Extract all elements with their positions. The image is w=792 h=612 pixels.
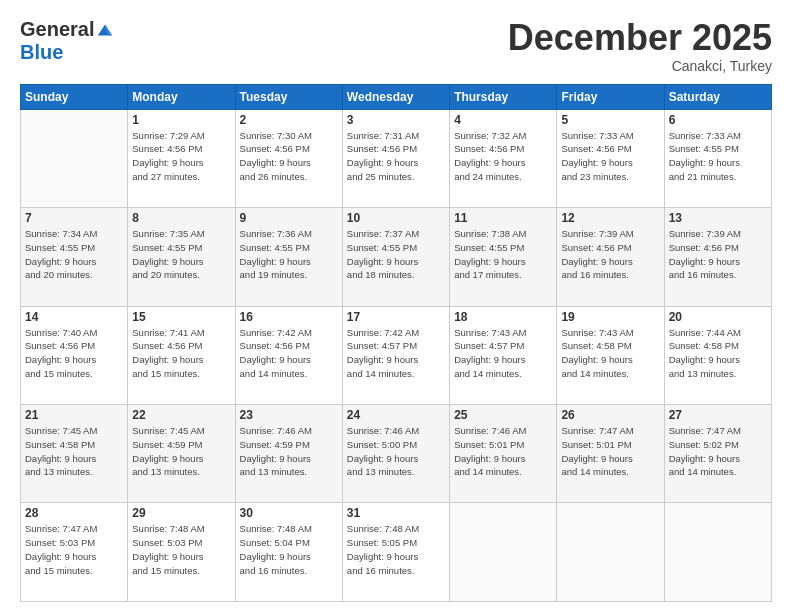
day-number: 3 bbox=[347, 113, 445, 127]
col-tuesday: Tuesday bbox=[235, 84, 342, 109]
table-row: 8Sunrise: 7:35 AMSunset: 4:55 PMDaylight… bbox=[128, 208, 235, 306]
table-row: 10Sunrise: 7:37 AMSunset: 4:55 PMDayligh… bbox=[342, 208, 449, 306]
table-row: 13Sunrise: 7:39 AMSunset: 4:56 PMDayligh… bbox=[664, 208, 771, 306]
logo-general-text: General bbox=[20, 18, 94, 41]
day-number: 6 bbox=[669, 113, 767, 127]
col-thursday: Thursday bbox=[450, 84, 557, 109]
day-number: 26 bbox=[561, 408, 659, 422]
day-info: Sunrise: 7:30 AMSunset: 4:56 PMDaylight:… bbox=[240, 129, 338, 184]
col-friday: Friday bbox=[557, 84, 664, 109]
table-row bbox=[664, 503, 771, 602]
day-number: 25 bbox=[454, 408, 552, 422]
day-info: Sunrise: 7:31 AMSunset: 4:56 PMDaylight:… bbox=[347, 129, 445, 184]
day-info: Sunrise: 7:39 AMSunset: 4:56 PMDaylight:… bbox=[561, 227, 659, 282]
location: Canakci, Turkey bbox=[508, 58, 772, 74]
table-row: 17Sunrise: 7:42 AMSunset: 4:57 PMDayligh… bbox=[342, 306, 449, 404]
day-info: Sunrise: 7:46 AMSunset: 4:59 PMDaylight:… bbox=[240, 424, 338, 479]
day-info: Sunrise: 7:47 AMSunset: 5:01 PMDaylight:… bbox=[561, 424, 659, 479]
table-row: 26Sunrise: 7:47 AMSunset: 5:01 PMDayligh… bbox=[557, 405, 664, 503]
table-row: 5Sunrise: 7:33 AMSunset: 4:56 PMDaylight… bbox=[557, 109, 664, 207]
day-number: 19 bbox=[561, 310, 659, 324]
table-row: 1Sunrise: 7:29 AMSunset: 4:56 PMDaylight… bbox=[128, 109, 235, 207]
day-number: 22 bbox=[132, 408, 230, 422]
day-number: 31 bbox=[347, 506, 445, 520]
logo: General Blue bbox=[20, 18, 114, 64]
day-info: Sunrise: 7:46 AMSunset: 5:00 PMDaylight:… bbox=[347, 424, 445, 479]
table-row bbox=[450, 503, 557, 602]
day-number: 28 bbox=[25, 506, 123, 520]
day-info: Sunrise: 7:32 AMSunset: 4:56 PMDaylight:… bbox=[454, 129, 552, 184]
day-info: Sunrise: 7:48 AMSunset: 5:04 PMDaylight:… bbox=[240, 522, 338, 577]
day-info: Sunrise: 7:35 AMSunset: 4:55 PMDaylight:… bbox=[132, 227, 230, 282]
calendar-header-row: Sunday Monday Tuesday Wednesday Thursday… bbox=[21, 84, 772, 109]
day-number: 27 bbox=[669, 408, 767, 422]
day-number: 23 bbox=[240, 408, 338, 422]
title-section: December 2025 Canakci, Turkey bbox=[508, 18, 772, 74]
table-row: 25Sunrise: 7:46 AMSunset: 5:01 PMDayligh… bbox=[450, 405, 557, 503]
table-row: 20Sunrise: 7:44 AMSunset: 4:58 PMDayligh… bbox=[664, 306, 771, 404]
day-info: Sunrise: 7:43 AMSunset: 4:58 PMDaylight:… bbox=[561, 326, 659, 381]
day-info: Sunrise: 7:39 AMSunset: 4:56 PMDaylight:… bbox=[669, 227, 767, 282]
col-saturday: Saturday bbox=[664, 84, 771, 109]
table-row: 6Sunrise: 7:33 AMSunset: 4:55 PMDaylight… bbox=[664, 109, 771, 207]
day-number: 1 bbox=[132, 113, 230, 127]
day-info: Sunrise: 7:45 AMSunset: 4:58 PMDaylight:… bbox=[25, 424, 123, 479]
table-row: 19Sunrise: 7:43 AMSunset: 4:58 PMDayligh… bbox=[557, 306, 664, 404]
day-info: Sunrise: 7:33 AMSunset: 4:55 PMDaylight:… bbox=[669, 129, 767, 184]
day-info: Sunrise: 7:44 AMSunset: 4:58 PMDaylight:… bbox=[669, 326, 767, 381]
day-number: 7 bbox=[25, 211, 123, 225]
day-number: 13 bbox=[669, 211, 767, 225]
table-row bbox=[557, 503, 664, 602]
header: General Blue December 2025 Canakci, Turk… bbox=[20, 18, 772, 74]
table-row: 7Sunrise: 7:34 AMSunset: 4:55 PMDaylight… bbox=[21, 208, 128, 306]
day-number: 24 bbox=[347, 408, 445, 422]
day-number: 17 bbox=[347, 310, 445, 324]
table-row: 23Sunrise: 7:46 AMSunset: 4:59 PMDayligh… bbox=[235, 405, 342, 503]
day-number: 30 bbox=[240, 506, 338, 520]
page: General Blue December 2025 Canakci, Turk… bbox=[0, 0, 792, 612]
day-number: 9 bbox=[240, 211, 338, 225]
table-row bbox=[21, 109, 128, 207]
day-info: Sunrise: 7:43 AMSunset: 4:57 PMDaylight:… bbox=[454, 326, 552, 381]
day-info: Sunrise: 7:47 AMSunset: 5:02 PMDaylight:… bbox=[669, 424, 767, 479]
day-number: 4 bbox=[454, 113, 552, 127]
calendar-table: Sunday Monday Tuesday Wednesday Thursday… bbox=[20, 84, 772, 602]
day-number: 16 bbox=[240, 310, 338, 324]
day-number: 2 bbox=[240, 113, 338, 127]
table-row: 21Sunrise: 7:45 AMSunset: 4:58 PMDayligh… bbox=[21, 405, 128, 503]
table-row: 11Sunrise: 7:38 AMSunset: 4:55 PMDayligh… bbox=[450, 208, 557, 306]
day-info: Sunrise: 7:42 AMSunset: 4:57 PMDaylight:… bbox=[347, 326, 445, 381]
day-number: 29 bbox=[132, 506, 230, 520]
table-row: 15Sunrise: 7:41 AMSunset: 4:56 PMDayligh… bbox=[128, 306, 235, 404]
day-number: 15 bbox=[132, 310, 230, 324]
day-info: Sunrise: 7:48 AMSunset: 5:03 PMDaylight:… bbox=[132, 522, 230, 577]
col-sunday: Sunday bbox=[21, 84, 128, 109]
table-row: 18Sunrise: 7:43 AMSunset: 4:57 PMDayligh… bbox=[450, 306, 557, 404]
col-monday: Monday bbox=[128, 84, 235, 109]
logo-icon bbox=[96, 21, 114, 39]
day-info: Sunrise: 7:29 AMSunset: 4:56 PMDaylight:… bbox=[132, 129, 230, 184]
table-row: 22Sunrise: 7:45 AMSunset: 4:59 PMDayligh… bbox=[128, 405, 235, 503]
day-info: Sunrise: 7:33 AMSunset: 4:56 PMDaylight:… bbox=[561, 129, 659, 184]
day-info: Sunrise: 7:40 AMSunset: 4:56 PMDaylight:… bbox=[25, 326, 123, 381]
day-info: Sunrise: 7:37 AMSunset: 4:55 PMDaylight:… bbox=[347, 227, 445, 282]
day-number: 12 bbox=[561, 211, 659, 225]
day-info: Sunrise: 7:42 AMSunset: 4:56 PMDaylight:… bbox=[240, 326, 338, 381]
table-row: 31Sunrise: 7:48 AMSunset: 5:05 PMDayligh… bbox=[342, 503, 449, 602]
day-number: 5 bbox=[561, 113, 659, 127]
day-info: Sunrise: 7:41 AMSunset: 4:56 PMDaylight:… bbox=[132, 326, 230, 381]
day-info: Sunrise: 7:36 AMSunset: 4:55 PMDaylight:… bbox=[240, 227, 338, 282]
table-row: 16Sunrise: 7:42 AMSunset: 4:56 PMDayligh… bbox=[235, 306, 342, 404]
day-number: 8 bbox=[132, 211, 230, 225]
table-row: 3Sunrise: 7:31 AMSunset: 4:56 PMDaylight… bbox=[342, 109, 449, 207]
col-wednesday: Wednesday bbox=[342, 84, 449, 109]
table-row: 24Sunrise: 7:46 AMSunset: 5:00 PMDayligh… bbox=[342, 405, 449, 503]
day-info: Sunrise: 7:34 AMSunset: 4:55 PMDaylight:… bbox=[25, 227, 123, 282]
day-number: 10 bbox=[347, 211, 445, 225]
day-info: Sunrise: 7:47 AMSunset: 5:03 PMDaylight:… bbox=[25, 522, 123, 577]
table-row: 14Sunrise: 7:40 AMSunset: 4:56 PMDayligh… bbox=[21, 306, 128, 404]
table-row: 4Sunrise: 7:32 AMSunset: 4:56 PMDaylight… bbox=[450, 109, 557, 207]
day-number: 14 bbox=[25, 310, 123, 324]
day-info: Sunrise: 7:38 AMSunset: 4:55 PMDaylight:… bbox=[454, 227, 552, 282]
table-row: 2Sunrise: 7:30 AMSunset: 4:56 PMDaylight… bbox=[235, 109, 342, 207]
